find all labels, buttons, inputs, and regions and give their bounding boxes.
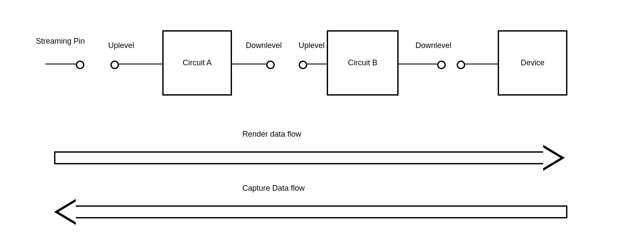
wire — [232, 64, 266, 64]
diagram-canvas: Streaming Pin Uplevel Downlevel Uplevel … — [0, 0, 644, 240]
pin-icon — [437, 61, 446, 69]
box-label: Device — [521, 58, 544, 67]
box-circuit-a: Circuit A — [162, 30, 232, 96]
pin-icon — [76, 61, 84, 69]
arrow-left-icon — [54, 199, 565, 225]
box-circuit-b: Circuit B — [327, 30, 399, 96]
wire — [398, 64, 437, 64]
label-uplevel-2: Uplevel — [299, 41, 325, 50]
label-streaming-pin: Streaming Pin — [36, 37, 85, 46]
arrow-right-icon — [54, 145, 565, 171]
label-downlevel-1: Downlevel — [246, 41, 282, 50]
wire — [119, 64, 162, 64]
pin-icon — [457, 61, 465, 69]
pin-icon — [299, 61, 307, 69]
label-capture-flow: Capture Data flow — [242, 184, 305, 193]
box-label: Circuit B — [348, 58, 377, 67]
label-render-flow: Render data flow — [242, 130, 301, 139]
label-downlevel-2: Downlevel — [415, 41, 451, 50]
box-label: Circuit A — [183, 58, 212, 67]
wire — [465, 64, 498, 64]
pin-icon — [266, 61, 275, 69]
pin-icon — [110, 61, 119, 69]
wire — [45, 64, 76, 64]
box-device: Device — [498, 30, 567, 96]
label-uplevel-1: Uplevel — [108, 41, 134, 50]
wire — [307, 64, 327, 64]
